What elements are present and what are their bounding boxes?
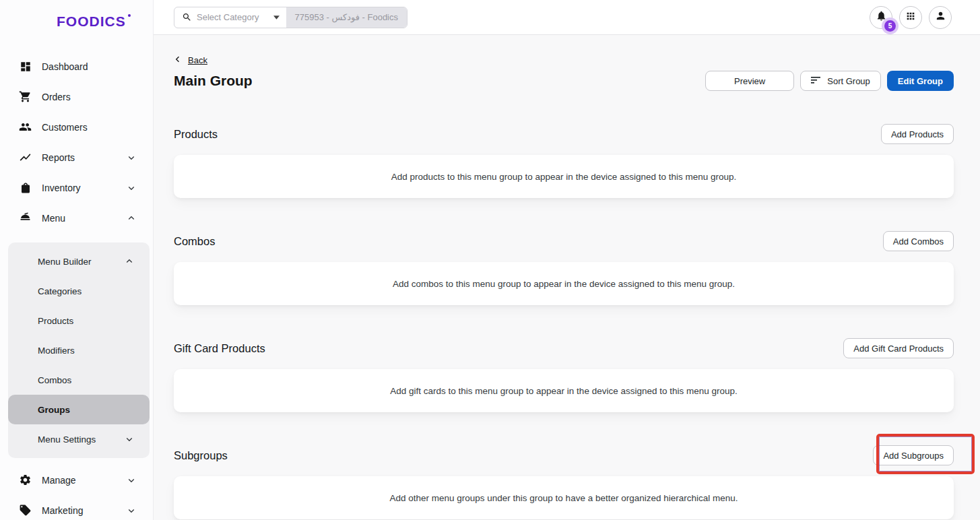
back-label: Back [188,55,207,65]
section-subgroups: Subgroups Add Subgroups Add other menu g… [174,445,954,519]
sidebar-item-orders[interactable]: Orders [0,82,153,112]
title-row: Main Group Preview Sort Group Edit Group [174,71,954,91]
sidebar-item-categories[interactable]: Categories [8,276,150,306]
section-title: Gift Card Products [174,342,265,355]
sort-group-label: Sort Group [827,76,870,86]
tag-icon [19,504,32,517]
caret-down-icon [273,15,280,20]
section-gift-card-products: Gift Card Products Add Gift Card Product… [174,338,954,412]
section-title: Combos [174,235,215,248]
sidebar-item-customers[interactable]: Customers [0,112,153,142]
empty-state-card: Add gift cards to this menu group to app… [174,369,954,412]
chevron-down-icon [125,435,133,443]
sidebar-item-manage[interactable]: Manage [0,465,153,495]
sidebar-item-menu[interactable]: Menu [0,203,153,233]
add-combos-button[interactable]: Add Combos [883,231,954,251]
sidebar-item-dashboard[interactable]: Dashboard [0,51,153,82]
chevron-left-icon [174,54,182,66]
apps-button[interactable] [899,6,922,29]
add-gift-card-products-button[interactable]: Add Gift Card Products [843,338,954,358]
empty-state-card: Add combos to this menu group to appear … [174,262,954,305]
empty-state-text: Add combos to this menu group to appear … [393,279,735,289]
chevron-down-icon [127,476,135,484]
search-icon [182,12,192,22]
header-buttons: Preview Sort Group Edit Group [705,71,954,91]
person-icon [935,10,946,24]
section-head: Gift Card Products Add Gift Card Product… [174,338,954,358]
category-select-placeholder: Select Category [197,12,259,22]
chevron-up-icon [127,214,135,222]
back-link[interactable]: Back [174,54,207,66]
add-products-button[interactable]: Add Products [881,124,954,144]
sidebar-item-products[interactable]: Products [8,306,150,335]
sidebar-item-label: Menu Builder [38,257,92,267]
account-button[interactable] [929,6,952,29]
add-subgroups-button[interactable]: Add Subgroups [873,445,954,465]
sidebar-nav: Dashboard Orders Customers Reports [0,51,153,520]
page-content: Back Main Group Preview Sort Group Edit … [154,35,980,520]
account-field-value: 775953 - فودكس - Foodics [295,12,399,22]
topbar: Select Category 775953 - فودكس - Foodics… [154,0,980,35]
food-icon [19,212,32,224]
apps-grid-icon [905,11,916,24]
logo-text: FOODICS [57,13,126,29]
topbar-icons: 5 [870,6,952,29]
sidebar-item-menu-settings[interactable]: Menu Settings [8,424,150,454]
sidebar-item-label: Marketing [42,505,83,516]
category-select[interactable]: Select Category [174,7,286,28]
main-area: Select Category 775953 - فودكس - Foodics… [154,0,980,520]
section-products: Products Add Products Add products to th… [174,124,954,198]
chevron-down-icon [127,184,135,192]
sidebar-item-label: Reports [42,152,75,163]
sidebar-item-menu-builder[interactable]: Menu Builder [8,247,150,276]
chart-icon [19,151,32,164]
section-combos: Combos Add Combos Add combos to this men… [174,231,954,305]
logo-row: FOODICS [0,0,153,35]
sidebar-item-label: Menu [42,213,65,224]
logo-dot [128,14,131,17]
sidebar-item-marketing[interactable]: Marketing [0,495,153,520]
account-field[interactable]: 775953 - فودكس - Foodics [286,7,407,28]
preview-button[interactable]: Preview [705,71,794,91]
sidebar-item-label: Categories [38,286,81,296]
sidebar-item-label: Customers [42,122,88,133]
empty-state-card: Add other menu groups under this group t… [174,476,954,519]
edit-group-button[interactable]: Edit Group [887,71,954,91]
cart-icon [19,90,32,103]
sidebar-item-modifiers[interactable]: Modifiers [8,335,150,365]
sidebar-item-label: Orders [42,92,71,102]
sidebar-item-groups[interactable]: Groups [8,395,150,424]
app-window: FOODICS Dashboard Orders Cu [0,0,980,520]
sidebar-item-label: Modifiers [38,346,75,356]
section-head: Combos Add Combos [174,231,954,251]
menu-submenu-panel: Menu Builder Categories Products Modifie… [8,242,150,458]
sidebar-item-reports[interactable]: Reports [0,142,153,172]
chevron-down-icon [127,507,135,515]
section-head: Subgroups Add Subgroups [174,445,954,465]
chevron-up-icon [125,257,133,265]
empty-state-text: Add gift cards to this menu group to app… [390,386,738,396]
section-title: Subgroups [174,449,228,462]
sidebar-item-label: Combos [38,375,71,385]
sidebar-item-combos[interactable]: Combos [8,365,150,395]
empty-state-text: Add other menu groups under this group t… [389,493,738,503]
chevron-down-icon [127,154,135,162]
sidebar-nav-bottom: Manage Marketing [0,465,153,520]
notifications-button[interactable]: 5 [870,6,892,29]
dashboard-icon [19,60,32,73]
sidebar-item-label: Groups [38,405,70,415]
people-icon [19,121,32,133]
category-search-group: Select Category 775953 - فودكس - Foodics [174,7,407,28]
sidebar-item-label: Inventory [42,183,81,193]
sidebar-item-label: Products [38,316,73,326]
sort-group-button[interactable]: Sort Group [800,71,881,91]
sidebar-item-label: Menu Settings [38,434,96,445]
page-title: Main Group [174,73,253,89]
notifications-badge: 5 [884,20,896,32]
foodics-logo[interactable]: FOODICS [57,13,126,30]
bag-icon [19,181,32,194]
empty-state-text: Add products to this menu group to appea… [391,172,737,182]
sidebar-item-inventory[interactable]: Inventory [0,172,153,203]
section-head: Products Add Products [174,124,954,144]
sidebar-item-label: Manage [42,475,76,486]
